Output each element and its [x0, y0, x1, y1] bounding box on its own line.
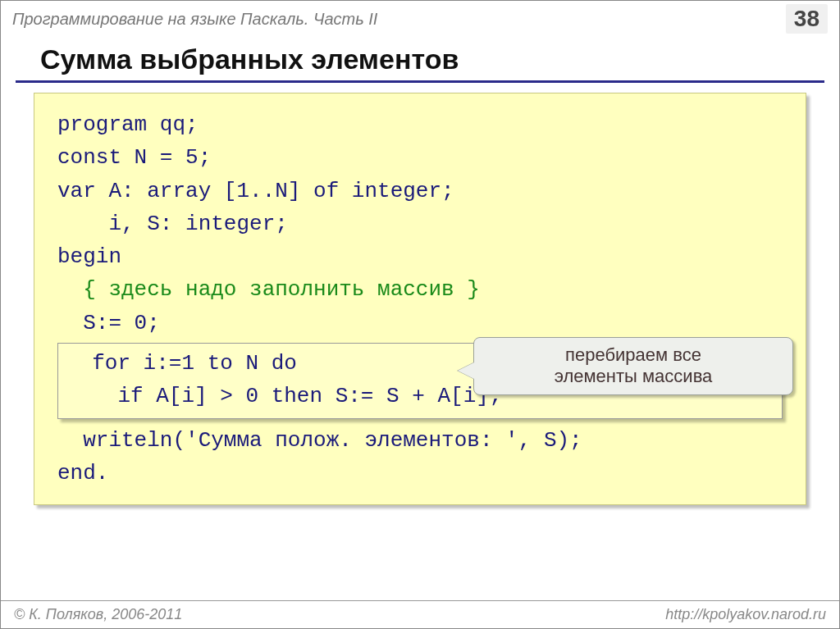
code-panel: program qq; const N = 5; var A: array [1… — [34, 93, 806, 505]
footer-author: © К. Поляков, 2006-2011 — [14, 606, 182, 623]
callout-line: элементы массива — [555, 366, 713, 386]
code-line: begin — [57, 240, 783, 273]
page-title: Сумма выбранных элементов — [16, 39, 824, 83]
highlighted-code-block: for i:=1 to N do if A[i] > 0 then S:= S … — [57, 343, 783, 419]
footer-bar: © К. Поляков, 2006-2011 http://kpolyakov… — [1, 600, 839, 628]
code-line: S:= 0; — [57, 307, 783, 340]
footer-url: http://kpolyakov.narod.ru — [665, 606, 826, 623]
page-number: 38 — [786, 4, 828, 34]
header-bar: Программирование на языке Паскаль. Часть… — [1, 1, 839, 37]
callout-tooltip: перебираем все элементы массива — [473, 337, 793, 395]
code-line: end. — [57, 457, 783, 490]
breadcrumb: Программирование на языке Паскаль. Часть… — [12, 10, 377, 29]
code-comment: { здесь надо заполнить массив } — [57, 273, 783, 306]
code-line: i, S: integer; — [57, 207, 783, 240]
code-line: writeln('Сумма полож. элементов: ', S); — [57, 424, 783, 457]
callout-line: перебираем все — [565, 344, 701, 365]
code-line: const N = 5; — [57, 141, 783, 174]
code-line: program qq; — [57, 108, 783, 141]
code-line: var A: array [1..N] of integer; — [57, 175, 783, 207]
